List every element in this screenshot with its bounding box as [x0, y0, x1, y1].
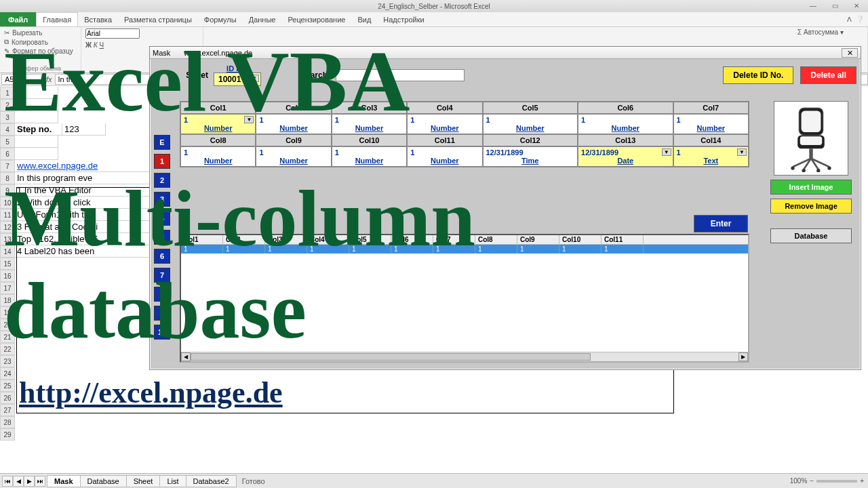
zoom-in-icon[interactable]: +	[860, 477, 864, 485]
ribbon-tab-review[interactable]: Рецензирование	[281, 12, 351, 26]
cell-stepval[interactable]: 123	[62, 123, 106, 136]
sheet-nav-first-icon[interactable]: ⏮	[2, 476, 13, 487]
nav-button-10[interactable]: 10	[154, 325, 170, 340]
id-combo[interactable]: 10001	[214, 73, 261, 86]
delete-all-button[interactable]: Delete all	[800, 66, 856, 84]
file-tab[interactable]: Файл	[0, 12, 36, 26]
nav-button-8[interactable]: 8	[154, 287, 170, 302]
name-box[interactable]: A5	[1, 74, 42, 85]
italic-button[interactable]: К	[94, 41, 98, 49]
maximize-icon[interactable]: ▭	[825, 0, 845, 11]
delete-id-button[interactable]: Delete ID No.	[723, 66, 793, 84]
hdr-col7: Col7	[673, 102, 749, 114]
field-grid: Col1 Col2 Col3 Col4 Col5 Col6 Col7 1Numb…	[180, 101, 749, 167]
zoom-out-icon[interactable]: −	[810, 477, 814, 485]
search-input[interactable]	[336, 69, 465, 81]
hdr-col6: Col6	[578, 102, 673, 114]
scroll-left-icon[interactable]: ◀	[181, 352, 191, 361]
nav-button-4[interactable]: 4	[154, 211, 170, 226]
ribbon-tab-data[interactable]: Данные	[243, 12, 282, 26]
minimize-icon[interactable]: —	[803, 0, 823, 11]
input-col5[interactable]: 1Number	[483, 114, 578, 134]
input-col4[interactable]: 1Number	[407, 114, 482, 134]
input-col7[interactable]: 1Number	[673, 114, 749, 134]
mask-window: Mask www.excel.npage.de ✕ Sheet ID No. 1…	[149, 46, 861, 370]
hdr-col12: Col12	[483, 134, 578, 146]
clipboard-group: ✂Вырезать ⧉Копировать ✎Формат по образцу…	[0, 27, 81, 73]
hdr-col3: Col3	[332, 102, 407, 114]
id-label: ID No.	[226, 64, 248, 73]
ribbon-tab-layout[interactable]: Разметка страницы	[118, 12, 198, 26]
input-col6[interactable]: 1Number	[578, 114, 673, 134]
ribbon-tab-home[interactable]: Главная	[36, 12, 78, 26]
cut-label[interactable]: Вырезать	[12, 29, 42, 37]
enter-button[interactable]: Enter	[694, 215, 748, 232]
big-link[interactable]: http://excel.npage.de	[19, 375, 283, 410]
app-titlebar: 24_Englisch_Selber - Microsoft Excel — ▭…	[0, 0, 868, 12]
svg-point-12	[816, 169, 820, 172]
sheet-label: Sheet	[154, 70, 208, 80]
ribbon-minimize-icon[interactable]: ᐱ	[847, 16, 852, 23]
sheet-nav-next-icon[interactable]: ▶	[24, 476, 35, 487]
input-col12[interactable]: 12/31/1899Time	[483, 146, 578, 167]
bold-button[interactable]: Ж	[85, 41, 92, 49]
nav-button-E[interactable]: E	[154, 135, 170, 150]
svg-point-9	[791, 166, 794, 169]
format-painter-label[interactable]: Формат по образцу	[12, 47, 73, 55]
copy-label[interactable]: Копировать	[12, 39, 48, 46]
ribbon-tab-addins[interactable]: Надстройки	[377, 12, 430, 26]
input-col8[interactable]: 1Number	[180, 146, 256, 167]
database-button[interactable]: Database	[770, 228, 852, 243]
scroll-right-icon[interactable]: ▶	[738, 352, 748, 361]
sheet-nav-prev-icon[interactable]: ◀	[13, 476, 24, 487]
nav-button-9[interactable]: 9	[154, 306, 170, 321]
scroll-thumb[interactable]	[191, 353, 591, 361]
ribbon-tab-insert[interactable]: Вставка	[78, 12, 118, 26]
sheet-tab-sheet[interactable]: Sheet	[126, 475, 161, 487]
nav-button-3[interactable]: 3	[154, 192, 170, 207]
sheet-tab-mask[interactable]: Mask	[47, 475, 81, 487]
sheet-tab-database2[interactable]: Database2	[186, 475, 237, 487]
cell-stepno[interactable]: Step no.	[15, 123, 62, 136]
input-col2[interactable]: 1Number	[256, 114, 331, 134]
input-col3[interactable]: 1Number	[332, 114, 407, 134]
brush-icon: ✎	[4, 47, 9, 55]
nav-button-6[interactable]: 6	[154, 249, 170, 264]
remove-image-button[interactable]: Remove Image	[770, 199, 852, 214]
nav-button-5[interactable]: 5	[154, 230, 170, 245]
mask-close-icon[interactable]: ✕	[842, 48, 858, 58]
fx-icon[interactable]: fx	[43, 75, 55, 83]
nav-button-1[interactable]: 1	[154, 154, 170, 169]
input-col13[interactable]: 12/31/1899Date	[578, 146, 673, 167]
help-icon[interactable]: ❔	[856, 16, 864, 23]
svg-rect-1	[802, 111, 821, 133]
clipboard-group-label: Буфер обмена	[4, 65, 77, 73]
mask-titlebar[interactable]: Mask www.excel.npage.de ✕	[150, 47, 861, 59]
sheet-nav-last-icon[interactable]: ⏭	[35, 476, 45, 487]
cell-link[interactable]: www.excel.npage.de	[17, 161, 98, 171]
input-col1[interactable]: 1Number	[180, 114, 256, 134]
input-col14[interactable]: 1Text	[673, 146, 749, 167]
ribbon-tab-view[interactable]: Вид	[351, 12, 377, 26]
sheet-tab-list[interactable]: List	[159, 475, 186, 487]
hdr-col14: Col14	[673, 134, 749, 146]
sheet-tab-database[interactable]: Database	[80, 475, 127, 487]
insert-image-button[interactable]: Insert Image	[770, 180, 852, 195]
list-row[interactable]: 111 111 111 11	[181, 245, 748, 253]
input-col10[interactable]: 1Number	[332, 146, 407, 167]
font-name-input[interactable]	[85, 28, 140, 39]
image-preview	[774, 101, 848, 176]
nav-button-7[interactable]: 7	[154, 268, 170, 283]
hdr-col5: Col5	[483, 102, 578, 114]
input-col9[interactable]: 1Number	[256, 146, 331, 167]
autosum-button[interactable]: Σ Автосумма ▾	[797, 28, 863, 36]
zoom-slider[interactable]	[816, 480, 857, 483]
ribbon-tab-formulas[interactable]: Формулы	[198, 12, 243, 26]
list-hscrollbar[interactable]: ◀ ▶	[181, 352, 748, 361]
input-col11[interactable]: 1Number	[407, 146, 482, 167]
underline-button[interactable]: Ч	[100, 41, 104, 49]
record-listview[interactable]: Col1Col2Col3 Col4Col5Col6 Col7Col8Col9 C…	[180, 234, 749, 363]
nav-button-2[interactable]: 2	[154, 173, 170, 188]
close-icon[interactable]: ✕	[846, 0, 867, 11]
mask-title-left: Mask	[153, 49, 170, 57]
